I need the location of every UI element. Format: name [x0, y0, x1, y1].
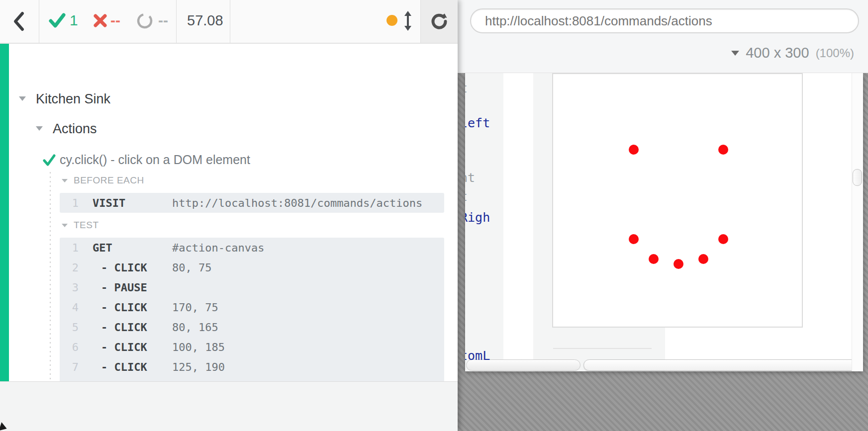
test-passed-check-icon: [43, 154, 56, 166]
section-label: TEST: [74, 220, 99, 231]
failed-x-icon: [94, 14, 107, 27]
collapse-caret-icon: [62, 224, 68, 227]
command-message: 170, 75: [172, 301, 218, 314]
reporter-panel: 1 -- -- 57.08 Kitchen Sink: [0, 0, 458, 431]
url-text: http://localhost:8081/commands/actions: [485, 13, 712, 29]
command-number: 3: [60, 281, 83, 294]
vertical-scrollbar-thumb[interactable]: [853, 169, 862, 186]
passed-check-icon: [49, 13, 66, 28]
command-method: GET: [93, 242, 172, 254]
command-row[interactable]: 4 - CLICK 170, 75: [60, 297, 444, 317]
failed-count: --: [110, 12, 120, 29]
click-dot: [718, 145, 728, 155]
toolbar-separator: [39, 0, 39, 43]
pending-circle-icon: [136, 12, 153, 29]
pending-count: --: [158, 12, 168, 29]
command-method: - PAUSE: [93, 281, 172, 294]
reporter-footer: [0, 381, 458, 431]
command-row[interactable]: 5 - CLICK 80, 165: [60, 317, 444, 337]
command-message: 80, 165: [172, 321, 218, 334]
toolbar-separator: [176, 0, 177, 43]
command-number: 2: [60, 261, 83, 274]
viewport-size: 400 x 300: [746, 45, 809, 61]
page-code-fragment: tomL: [465, 348, 490, 363]
toolbar-separator: [230, 0, 230, 43]
action-canvas[interactable]: [552, 73, 803, 328]
page-code-fragment: t: [465, 81, 468, 95]
command-message: #action-canvas: [172, 242, 264, 254]
command-method: - CLICK: [93, 341, 172, 353]
click-dot: [629, 145, 639, 155]
command-row[interactable]: 7 - CLICK 125, 190: [60, 357, 444, 377]
command-number: 5: [60, 321, 83, 334]
url-bar[interactable]: http://localhost:8081/commands/actions: [470, 8, 859, 33]
chevron-down-icon: [731, 51, 739, 56]
auto-scroll-indicator: [386, 15, 397, 26]
refresh-button[interactable]: [420, 0, 458, 43]
command-row[interactable]: 6 - CLICK 100, 185: [60, 337, 444, 357]
test-title[interactable]: cy.click() - click on a DOM element: [60, 153, 250, 167]
page-divider-line: [553, 348, 652, 349]
command-number: 4: [60, 301, 83, 314]
command-number: 1: [60, 197, 83, 209]
page-code-fragment: Righ: [465, 210, 490, 225]
reporter-toolbar: 1 -- -- 57.08: [0, 0, 458, 44]
command-number: 7: [60, 361, 83, 373]
command-row[interactable]: 1 GET #action-canvas: [60, 238, 444, 258]
command-message: 80, 75: [172, 261, 211, 274]
duration-timer: 57.08: [187, 12, 223, 29]
command-row[interactable]: 3 - PAUSE: [60, 277, 444, 297]
click-dot: [649, 254, 659, 264]
test-hierarchy-line: [50, 172, 51, 416]
command-method: VISIT: [93, 197, 172, 209]
command-row[interactable]: 2 - CLICK 80, 75: [60, 258, 444, 277]
back-button[interactable]: [8, 8, 30, 35]
click-dot: [629, 234, 639, 244]
refresh-icon: [430, 12, 448, 30]
command-row[interactable]: 1 VISIT http://localhost:8081/commands/a…: [60, 193, 444, 213]
active-spec-bar: [0, 44, 9, 381]
page-code-fragment: t: [465, 189, 468, 204]
command-method: - CLICK: [93, 321, 172, 334]
viewport-scale: (100%): [816, 46, 854, 60]
command-message: 100, 185: [172, 341, 225, 353]
command-log: Kitchen Sink Actions cy.click() - click …: [0, 44, 458, 381]
vertical-scrollbar-track[interactable]: [852, 73, 863, 371]
click-dot: [674, 259, 683, 269]
page-code-fragment: ht: [465, 171, 475, 185]
command-number: 6: [60, 341, 83, 353]
command-number: 1: [60, 242, 83, 254]
collapse-caret-icon[interactable]: [19, 96, 26, 101]
command-method: - CLICK: [93, 361, 172, 373]
aut-stage-hatched-background: tlefthttRightomL: [458, 73, 868, 431]
command-message: http://localhost:8081/commands/actions: [172, 197, 422, 209]
page-code-fragment: left: [465, 116, 490, 130]
click-dot: [698, 254, 708, 264]
passed-count: 1: [70, 12, 78, 29]
section-label: BEFORE EACH: [74, 175, 144, 186]
horizontal-scrollbar-thumb[interactable]: [583, 359, 858, 371]
command-message: 125, 190: [172, 361, 225, 373]
suite-kitchen-sink[interactable]: Kitchen Sink: [36, 91, 110, 107]
chevron-left-icon: [12, 10, 26, 32]
collapse-caret-icon: [62, 179, 68, 182]
resize-panel-arrow-icon[interactable]: [401, 10, 415, 31]
section-test[interactable]: TEST: [62, 220, 99, 231]
suite-actions[interactable]: Actions: [53, 121, 97, 137]
viewport-selector[interactable]: 400 x 300 (100%): [731, 45, 854, 61]
page-code-block-band: [533, 73, 552, 371]
command-method: - CLICK: [93, 261, 172, 274]
section-before-each[interactable]: BEFORE EACH: [62, 175, 144, 186]
aut-iframe: tlefthttRightomL: [465, 73, 863, 371]
before-each-commands: 1 VISIT http://localhost:8081/commands/a…: [60, 193, 444, 213]
click-dot: [718, 234, 728, 244]
aut-header: http://localhost:8081/commands/actions 4…: [458, 0, 868, 73]
aut-region: http://localhost:8081/commands/actions 4…: [458, 0, 868, 431]
collapse-caret-icon[interactable]: [36, 126, 43, 131]
command-method: - CLICK: [93, 301, 172, 314]
